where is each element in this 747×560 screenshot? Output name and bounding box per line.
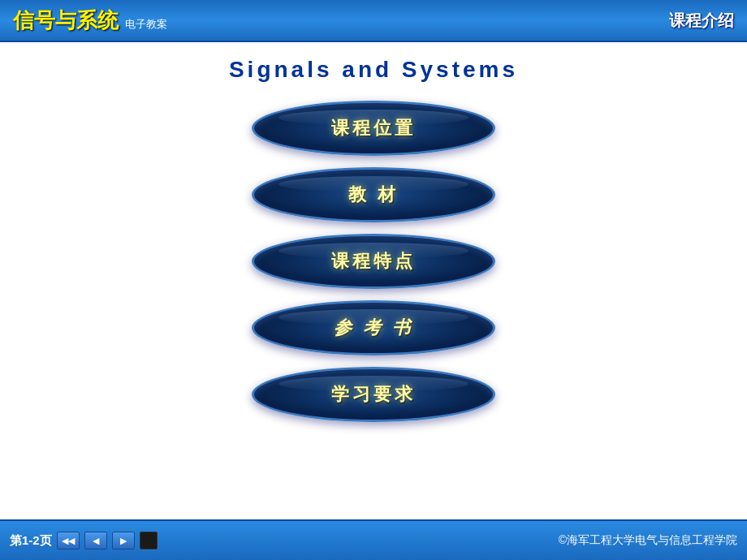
- oval-label-4: 参 考 书: [334, 316, 413, 340]
- oval-button-4[interactable]: 参 考 书: [252, 300, 495, 355]
- nav-next-button[interactable]: ▶: [112, 532, 135, 549]
- app-subtitle: 电子教案: [125, 17, 167, 32]
- oval-button-1[interactable]: 课程位置: [252, 101, 495, 156]
- page-title: Signals and Systems: [229, 57, 518, 83]
- app-title: 信号与系统: [13, 6, 119, 35]
- header: 信号与系统 电子教案 课程介绍: [0, 0, 747, 42]
- page-number: 第1-2页: [10, 533, 52, 549]
- oval-label-1: 课程位置: [331, 116, 416, 140]
- oval-button-5[interactable]: 学习要求: [252, 367, 495, 422]
- copyright-text: ©海军工程大学电气与信息工程学院: [559, 533, 737, 548]
- header-left: 信号与系统 电子教案: [13, 6, 167, 35]
- footer-left: 第1-2页 ◀◀ ◀ ▶: [10, 532, 158, 549]
- oval-label-5: 学习要求: [331, 382, 416, 407]
- section-label: 课程介绍: [669, 10, 734, 32]
- oval-button-3[interactable]: 课程特点: [252, 234, 495, 289]
- ovals-container: 课程位置 教 材 课程特点 参 考 书 学习要求: [0, 101, 747, 422]
- oval-label-3: 课程特点: [331, 249, 416, 274]
- footer: 第1-2页 ◀◀ ◀ ▶ ©海军工程大学电气与信息工程学院: [0, 519, 747, 560]
- nav-prev-button[interactable]: ◀: [84, 532, 107, 549]
- main-content: Signals and Systems 课程位置 教 材 课程特点 参 考 书 …: [0, 42, 747, 519]
- nav-first-button[interactable]: ◀◀: [57, 532, 80, 549]
- oval-label-2: 教 材: [348, 183, 399, 207]
- oval-button-2[interactable]: 教 材: [252, 167, 495, 222]
- nav-stop-button[interactable]: [140, 532, 158, 549]
